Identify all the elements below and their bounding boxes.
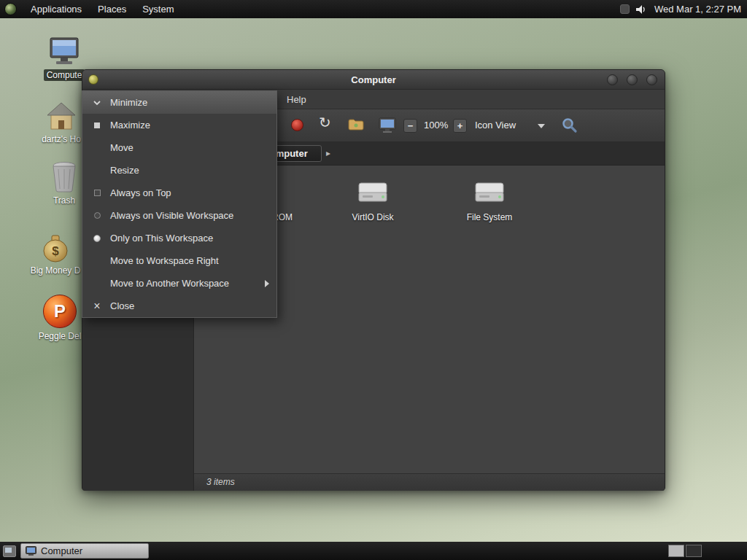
drive-icon [449,176,530,209]
desktop-icon-label: Compute [44,69,85,81]
window-menu-icon[interactable] [88,74,98,85]
menu-item-label: Resize [110,165,139,176]
desktop-icon-big-money[interactable]: $ Big Money D [20,228,90,276]
computer-toolbar-icon[interactable] [379,117,396,136]
breadcrumb-arrow-icon[interactable]: ▸ [326,148,330,158]
menu-item-label: Close [110,300,134,311]
status-bar: 3 items [194,473,665,491]
workspace-inactive[interactable] [686,545,702,557]
applications-menu[interactable]: Applications [23,0,90,18]
view-mode-dropdown-icon[interactable] [538,124,545,128]
show-desktop-icon[interactable] [3,545,16,557]
menu-item-close[interactable]: × Close [82,295,276,317]
zoom-out-button[interactable]: − [403,119,417,133]
menu-item-label: Move to Workspace Right [110,255,219,266]
menu-item-always-on-top[interactable]: Always on Top [82,182,276,204]
bottom-panel: Computer [0,542,747,560]
taskbar-item-computer[interactable]: Computer [20,543,149,559]
maximize-icon [90,114,104,136]
top-panel: Applications Places System Wed Mar 1, 2:… [0,0,747,18]
window-title: Computer [82,74,665,85]
reload-icon[interactable]: ↻ [319,115,331,130]
minimize-icon [90,91,104,114]
system-menu[interactable]: System [134,0,182,18]
computer-icon [29,32,99,67]
stop-button[interactable] [291,119,303,131]
menu-item-label: Minimize [110,97,147,108]
taskbar-item-label: Computer [41,545,82,556]
menu-item-only-on-this-workspace[interactable]: Only on This Workspace [82,227,276,249]
help-menu[interactable]: Help [281,90,312,109]
window-controls [607,74,665,85]
menu-item-resize[interactable]: Resize [82,159,276,182]
distro-logo-icon[interactable] [4,3,17,15]
taskbar-window-icon [26,546,36,556]
menu-item-label: Move [110,142,133,153]
file-label: VirtIO Disk [333,212,413,222]
close-button[interactable] [646,74,657,85]
workspace-active[interactable] [668,545,684,557]
checkbox-unchecked-icon [90,182,104,204]
volume-icon[interactable] [635,4,646,15]
minimize-button[interactable] [607,74,618,85]
money-bag-icon: $ [20,228,90,262]
menu-item-minimize[interactable]: Minimize [82,91,276,114]
drive-icon [333,176,413,209]
status-icon[interactable] [620,4,630,14]
menu-item-move[interactable]: Move [82,136,276,159]
menu-item-always-on-visible-workspace[interactable]: Always on Visible Workspace [82,204,276,227]
desktop-icon-label: Big Money D [28,265,84,276]
clock[interactable]: Wed Mar 1, 2:27 PM [651,4,741,15]
menu-item-move-to-another-workspace[interactable]: Move to Another Workspace [82,272,276,295]
window-titlebar[interactable]: Computer [82,70,665,90]
file-label: File System [449,212,530,222]
view-mode-select[interactable]: Icon View [475,120,516,131]
menu-item-move-to-workspace-right[interactable]: Move to Workspace Right [82,249,276,272]
workspace-switcher [668,545,702,557]
zoom-level: 100% [424,120,448,131]
file-item-virtio-disk[interactable]: VirtIO Disk [333,176,413,222]
menu-item-label: Move to Another Workspace [110,278,229,289]
menu-item-label: Only on This Workspace [110,233,213,244]
desktop-icon-label: Peggle Del [36,330,85,342]
desktop-icon-label: Trash [50,195,78,206]
menu-item-label: Maximize [110,120,150,131]
system-tray: Wed Mar 1, 2:27 PM [620,4,747,15]
menu-item-maximize[interactable]: Maximize [82,114,276,136]
window-context-menu: Minimize Maximize Move Resize Always on … [82,90,277,318]
desktop-icon-label: dartz's Ho [39,133,84,145]
close-icon: × [90,295,104,317]
search-icon[interactable] [561,117,578,137]
places-menu[interactable]: Places [90,0,134,18]
radio-on-icon [90,227,104,249]
menu-item-label: Always on Top [110,187,171,198]
submenu-arrow-icon [265,280,269,287]
home-folder-toolbar-icon[interactable] [348,118,364,134]
zoom-in-button[interactable]: + [453,119,467,133]
svg-text:$: $ [52,244,59,258]
file-item-file-system[interactable]: File System [449,176,530,222]
menu-item-label: Always on Visible Workspace [110,210,233,221]
maximize-button[interactable] [627,74,638,85]
radio-off-icon [90,204,104,227]
